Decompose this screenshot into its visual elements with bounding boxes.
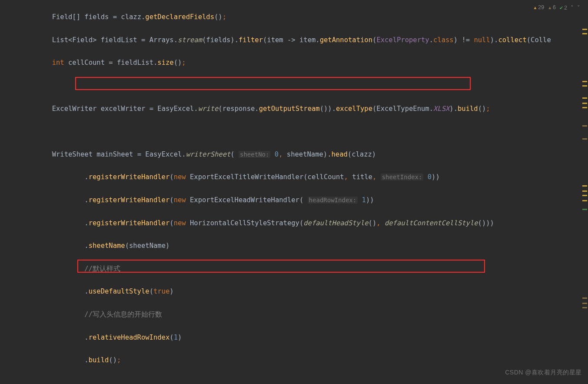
status-bar: 29 6 2 ˄ ˅ [533,2,580,13]
code-line [20,80,582,91]
code-line: ExcelWriter excelWriter = EasyExcel.writ… [20,103,582,114]
code-line: .sheetName(sheetName) [20,240,582,251]
code-line: WriteSheet mainSheet = EasyExcel.writerS… [20,149,582,160]
marker-strip[interactable] [582,12,587,384]
code-line: //写入头信息的开始行数 [20,309,582,320]
weak-count: 6 [553,4,556,10]
watermark: CSDN @喜欢着月亮的星星 [505,367,582,378]
code-line: .registerWriteHandler(new ExportExcelTit… [20,171,582,183]
code-line: .registerWriteHandler(new HorizontalCell… [20,217,582,229]
code-line: .build(); [20,354,582,366]
code-line: Field[] fields = clazz.getDeclaredFields… [20,11,582,23]
code-line: .registerWriteHandler(new ExportExcelHea… [20,194,582,206]
param-hint: sheetIndex: [381,174,424,180]
code-line: List<Field> fieldList = Arrays.stream(fi… [20,34,582,46]
param-hint: sheetNo: [239,151,270,158]
param-hint: headRowIndex: [308,197,358,204]
nav-up-icon[interactable]: ˄ [571,2,574,13]
code-line: .relativeHeadRowIndex(1) [20,332,582,343]
weak-warnings-icon[interactable]: 6 [548,2,556,13]
code-line: //默认样式 [20,263,582,274]
ok-count: 2 [564,5,567,11]
ok-icon[interactable]: 2 [559,2,567,13]
nav-down-icon[interactable]: ˅ [577,2,580,13]
warning-count: 29 [538,4,544,10]
code-line [20,377,582,384]
code-line [20,126,582,137]
code-line: int cellCount = fieldList.size(); [20,57,582,68]
code-editor[interactable]: Field[] fields = clazz.getDeclaredFields… [0,0,582,384]
warnings-icon[interactable]: 29 [533,2,544,13]
code-line: .useDefaultStyle(true) [20,286,582,297]
